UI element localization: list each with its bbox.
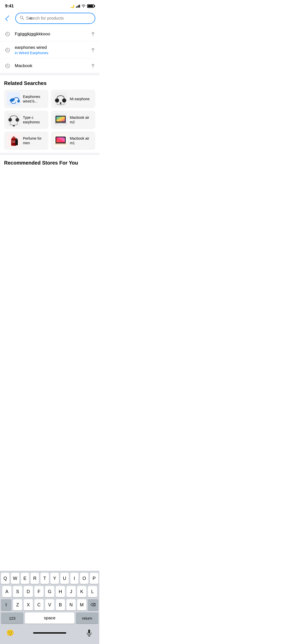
- svg-line-1: [23, 19, 24, 20]
- related-product-image: [7, 92, 20, 106]
- related-product-image: [7, 113, 20, 126]
- svg-line-5: [91, 32, 95, 36]
- svg-rect-38: [15, 140, 18, 145]
- related-card-label: Mi earphone: [70, 97, 90, 101]
- recommended-stores-section: Recommended Stores For You: [0, 155, 99, 172]
- related-card[interactable]: Mi earphone: [51, 90, 95, 108]
- related-card-label: Macbook air m1: [70, 136, 92, 145]
- moon-icon: 🌙: [70, 4, 74, 8]
- related-product-image: [7, 134, 20, 147]
- related-card-label: Type c earphones: [23, 115, 45, 124]
- history-item[interactable]: Fgjiggjkjggjkkkοοο: [0, 27, 99, 41]
- history-main-text: earphones wired: [15, 45, 91, 50]
- back-button[interactable]: [4, 14, 12, 22]
- history-sub-text: in Wired Earphones: [15, 51, 91, 55]
- related-searches-section: Related Searches Earphones wired b...: [0, 75, 99, 153]
- svg-point-22: [8, 118, 12, 122]
- history-clock-icon: [4, 31, 11, 38]
- svg-point-19: [62, 98, 66, 103]
- history-arrow-icon: [90, 31, 96, 37]
- related-searches-grid: Earphones wired b... Mi earphone: [4, 90, 95, 150]
- related-card-label: Macbook air m2: [70, 115, 92, 124]
- svg-line-13: [91, 64, 95, 68]
- svg-rect-43: [56, 137, 65, 142]
- search-input[interactable]: [26, 16, 91, 21]
- history-arrow-icon: [90, 47, 96, 53]
- svg-line-9: [91, 48, 95, 52]
- search-area: [0, 11, 99, 27]
- history-clock-icon: [4, 47, 11, 54]
- history-item[interactable]: Macbook: [0, 59, 99, 73]
- svg-line-8: [8, 50, 8, 51]
- signal-bars-icon: [76, 5, 80, 8]
- svg-rect-40: [16, 138, 17, 139]
- svg-point-23: [16, 118, 19, 122]
- search-icon: [20, 16, 24, 21]
- related-product-image: [54, 134, 67, 147]
- wifi-icon: [82, 5, 86, 8]
- history-arrow-icon: [90, 63, 96, 69]
- status-icons: 🌙: [70, 4, 94, 8]
- status-time: 9:41: [5, 4, 14, 9]
- svg-line-12: [8, 66, 8, 67]
- related-searches-title: Related Searches: [4, 80, 95, 86]
- svg-line-4: [8, 34, 8, 35]
- related-product-image: [54, 92, 67, 106]
- related-card[interactable]: Perfume for men: [4, 131, 48, 150]
- section-divider: [0, 73, 99, 75]
- related-card-label: Perfume for men: [23, 136, 45, 145]
- back-arrow-icon: [5, 16, 11, 21]
- search-bar[interactable]: [15, 13, 95, 24]
- related-product-image: [54, 113, 67, 126]
- text-cursor: [30, 17, 32, 20]
- related-card[interactable]: Macbook air m2: [51, 111, 95, 129]
- related-card[interactable]: Macbook air m1: [51, 131, 95, 150]
- history-main-text: Fgjiggjkjggjkkkοοο: [15, 32, 91, 37]
- related-card[interactable]: Earphones wired b...: [4, 90, 48, 108]
- svg-rect-24: [13, 125, 15, 126]
- svg-rect-33: [13, 136, 14, 137]
- svg-point-18: [55, 98, 59, 103]
- search-history-list: Fgjiggjkjggjkkkοοο earphones wired in Wi…: [0, 27, 99, 73]
- svg-rect-45: [59, 143, 63, 144]
- svg-rect-21: [60, 102, 61, 104]
- history-item[interactable]: earphones wired in Wired Earphones: [0, 41, 99, 59]
- history-clock-icon: [4, 62, 11, 69]
- recommended-stores-title: Recommended Stores For You: [4, 160, 95, 166]
- status-bar: 9:41 🌙: [0, 0, 99, 11]
- section-divider-2: [0, 153, 99, 155]
- battery-icon: [87, 4, 94, 8]
- history-text: Fgjiggjkjggjkkkοοο: [15, 32, 91, 37]
- related-card[interactable]: Type c earphones: [4, 111, 48, 129]
- svg-point-17: [18, 100, 19, 102]
- svg-rect-29: [59, 123, 63, 123]
- history-text: Macbook: [15, 63, 91, 68]
- related-card-label: Earphones wired b...: [23, 94, 45, 104]
- history-main-text: Macbook: [15, 63, 91, 68]
- history-text: earphones wired in Wired Earphones: [15, 45, 91, 55]
- svg-rect-27: [56, 116, 65, 122]
